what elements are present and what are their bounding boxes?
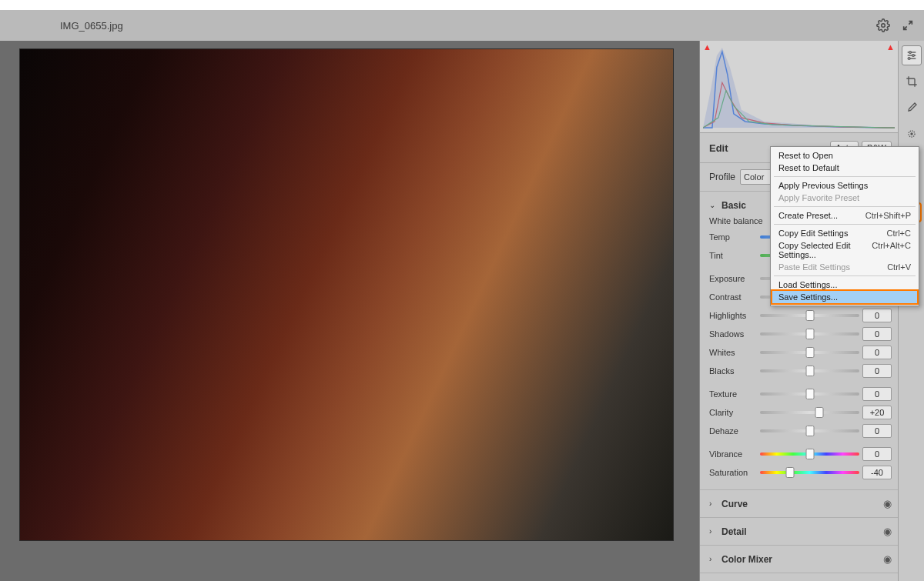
menu-item-label: Reset to Default bbox=[778, 163, 839, 172]
slider-row-dehaze: Dehaze0 bbox=[709, 422, 892, 440]
slider-thumb[interactable] bbox=[805, 366, 814, 376]
slider-track[interactable] bbox=[760, 392, 859, 396]
slider-label: Blacks bbox=[709, 366, 757, 376]
slider-label: Highlights bbox=[709, 311, 757, 320]
menu-item-label: Create Preset... bbox=[778, 211, 838, 220]
slider-thumb[interactable] bbox=[785, 467, 794, 478]
svg-point-12 bbox=[911, 133, 912, 135]
slider-thumb[interactable] bbox=[805, 449, 814, 459]
section-title: Color Mixer bbox=[721, 554, 883, 565]
canvas-area bbox=[0, 41, 699, 581]
photo-preview[interactable] bbox=[19, 48, 674, 541]
slider-label: Clarity bbox=[709, 408, 757, 417]
section-curve: ›Curve◉ bbox=[700, 490, 898, 518]
slider-value[interactable]: 0 bbox=[862, 327, 892, 341]
window-top-strip bbox=[0, 0, 924, 10]
slider-track[interactable] bbox=[760, 471, 859, 474]
slider-track[interactable] bbox=[760, 351, 859, 354]
eyedropper-icon[interactable] bbox=[902, 98, 922, 118]
menu-item-copy-edit-settings[interactable]: Copy Edit SettingsCtrl+C bbox=[771, 227, 919, 239]
slider-thumb[interactable] bbox=[805, 329, 814, 339]
menu-item-create-preset[interactable]: Create Preset...Ctrl+Shift+P bbox=[771, 209, 919, 222]
slider-row-shadows: Shadows0 bbox=[709, 325, 892, 343]
section-head[interactable]: ›Detail◉ bbox=[709, 523, 892, 540]
eye-icon[interactable]: ◉ bbox=[883, 553, 892, 565]
menu-item-save-settings[interactable]: Save Settings... bbox=[771, 289, 919, 305]
section-detail: ›Detail◉ bbox=[700, 518, 898, 546]
eye-icon[interactable]: ◉ bbox=[883, 498, 892, 509]
slider-value[interactable]: 0 bbox=[862, 447, 892, 461]
slider-value[interactable]: 0 bbox=[862, 346, 892, 359]
slider-label: Exposure bbox=[709, 274, 757, 283]
slider-thumb[interactable] bbox=[805, 347, 814, 358]
menu-item-label: Load Settings... bbox=[778, 280, 837, 289]
chevron-right-icon: › bbox=[709, 499, 717, 508]
slider-value[interactable]: 0 bbox=[862, 364, 892, 378]
slider-label: Tint bbox=[709, 251, 757, 260]
gear-icon[interactable] bbox=[873, 15, 893, 35]
slider-track[interactable] bbox=[760, 411, 859, 414]
menu-separator bbox=[774, 275, 916, 276]
filename-label: IMG_0655.jpg bbox=[60, 20, 123, 32]
slider-track[interactable] bbox=[760, 369, 859, 372]
slider-row-highlights: Highlights0 bbox=[709, 306, 892, 325]
menu-item-label: Apply Favorite Preset bbox=[778, 193, 859, 202]
slider-value[interactable]: 0 bbox=[862, 309, 892, 322]
slider-thumb[interactable] bbox=[815, 407, 824, 418]
slider-label: Temp bbox=[709, 232, 757, 242]
slider-value[interactable]: -40 bbox=[862, 466, 892, 479]
slider-label: Shadows bbox=[709, 329, 757, 339]
header-bar: IMG_0655.jpg bbox=[0, 10, 924, 41]
slider-row-saturation: Saturation-40 bbox=[709, 463, 892, 482]
highlight-clip-icon[interactable]: ▲ bbox=[886, 42, 895, 52]
expand-icon[interactable] bbox=[898, 15, 918, 35]
edit-settings-menu: Reset to OpenReset to DefaultApply Previ… bbox=[770, 146, 919, 306]
eye-icon[interactable]: ◉ bbox=[883, 526, 892, 537]
svg-point-0 bbox=[882, 24, 886, 28]
menu-separator bbox=[774, 176, 916, 177]
slider-label: Dehaze bbox=[709, 426, 757, 436]
menu-item-apply-previous-settings[interactable]: Apply Previous Settings bbox=[771, 179, 919, 192]
slider-thumb[interactable] bbox=[805, 310, 814, 321]
menu-item-reset-to-open[interactable]: Reset to Open bbox=[771, 149, 919, 162]
slider-track[interactable] bbox=[760, 314, 859, 317]
slider-thumb[interactable] bbox=[805, 426, 814, 436]
slider-value[interactable]: 0 bbox=[862, 387, 892, 401]
svg-point-6 bbox=[909, 52, 911, 54]
slider-label: Texture bbox=[709, 389, 757, 399]
section-title: Curve bbox=[721, 499, 883, 509]
slider-track[interactable] bbox=[760, 332, 859, 336]
slider-track[interactable] bbox=[760, 429, 859, 432]
menu-item-reset-to-default[interactable]: Reset to Default bbox=[771, 162, 919, 174]
slider-label: Contrast bbox=[709, 292, 757, 302]
slider-value[interactable]: 0 bbox=[862, 424, 892, 438]
target-icon[interactable] bbox=[902, 124, 922, 144]
chevron-down-icon: ⌄ bbox=[709, 201, 717, 209]
menu-item-paste-edit-settings: Paste Edit SettingsCtrl+V bbox=[771, 261, 919, 273]
slider-row-whites: Whites0 bbox=[709, 343, 892, 362]
histogram[interactable]: ▲ ▲ bbox=[700, 41, 898, 133]
chevron-right-icon: › bbox=[709, 527, 717, 536]
slider-value[interactable]: +20 bbox=[862, 406, 892, 419]
sliders-icon[interactable] bbox=[902, 45, 922, 65]
shadow-clip-icon[interactable]: ▲ bbox=[703, 42, 711, 52]
slider-row-vibrance: Vibrance0 bbox=[709, 445, 892, 463]
menu-item-apply-favorite-preset: Apply Favorite Preset bbox=[771, 192, 919, 204]
section-head[interactable]: ›Color Mixer◉ bbox=[709, 550, 892, 568]
slider-label: Saturation bbox=[709, 468, 757, 477]
menu-item-shortcut: Ctrl+Shift+P bbox=[865, 211, 911, 220]
section-head[interactable]: ›Curve◉ bbox=[709, 495, 892, 513]
svg-point-10 bbox=[908, 58, 910, 60]
svg-point-8 bbox=[912, 55, 914, 57]
menu-separator bbox=[774, 206, 916, 207]
menu-item-label: Copy Selected Edit Settings... bbox=[778, 241, 872, 259]
section-color-mixer: ›Color Mixer◉ bbox=[700, 546, 898, 573]
menu-item-copy-selected-edit-settings[interactable]: Copy Selected Edit Settings...Ctrl+Alt+C bbox=[771, 239, 919, 261]
menu-item-label: Copy Edit Settings bbox=[778, 229, 849, 238]
profile-label: Profile bbox=[709, 172, 735, 182]
slider-row-blacks: Blacks0 bbox=[709, 362, 892, 380]
crop-icon[interactable] bbox=[902, 72, 922, 92]
slider-thumb[interactable] bbox=[805, 389, 814, 399]
slider-track[interactable] bbox=[760, 452, 859, 456]
slider-label: Vibrance bbox=[709, 449, 757, 459]
